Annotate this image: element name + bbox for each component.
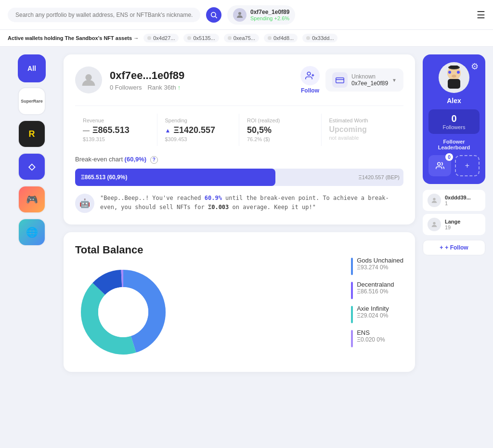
legend-ens: ENS Ξ0.020 0% (351, 329, 403, 347)
profile-avatar (75, 66, 102, 93)
donut-chart (75, 264, 171, 360)
leaderboard-label: Follower Leaderboard (428, 139, 480, 150)
followers-list-button[interactable]: 0 (428, 155, 451, 176)
legend-val-gods: Ξ93.274 0% (357, 264, 403, 271)
center-content: 0xf7ee...1e0f89 0 Followers Rank 36th ↑ (64, 54, 415, 372)
worth-value: Upcoming (329, 125, 396, 134)
legend-bar-ens (351, 330, 353, 347)
sidebar-item-rarible[interactable]: R (18, 120, 46, 148)
followers-label: Followers (438, 124, 470, 130)
breakeven-bar: Ξ865.513 (60,9%) (75, 169, 275, 186)
lb-avatar-1 (428, 194, 441, 207)
stats-row: Revenue — Ξ865.513 $139.315 Spending ▲ Ξ… (75, 105, 403, 146)
hamburger-button[interactable]: ☰ (477, 9, 485, 21)
bot-avatar: 🤖 (75, 194, 94, 213)
legend-name-ens: ENS (357, 329, 385, 336)
wallet-dropdown[interactable]: Unknown 0x7ee_1e0f89 ▼ (325, 68, 403, 92)
lb-count-1: 1 (445, 200, 480, 206)
svg-line-1 (215, 16, 217, 18)
panel-avatar (439, 62, 469, 93)
gear-button[interactable]: ⚙ (471, 61, 479, 72)
panel-actions: 0 + (428, 155, 480, 176)
wallet-tag-4[interactable]: 0xf4d8... (264, 34, 298, 42)
balance-left: Total Balance (75, 244, 336, 360)
wallet-tag-3[interactable]: 0xea75... (224, 34, 259, 42)
add-follower-button[interactable]: + (455, 155, 480, 176)
follow-button[interactable]: Follow (300, 66, 320, 94)
sidebar-item-label-sr: SuperRare (21, 99, 43, 104)
search-button[interactable] (206, 7, 221, 23)
follow-small-button[interactable]: + + Follow (423, 240, 485, 255)
sidebar-item-game2[interactable]: 🌐 (18, 218, 46, 246)
svg-point-23 (433, 198, 435, 200)
lb-avatar-2 (428, 218, 441, 231)
worth-label: Estimated Worth (329, 118, 396, 123)
sidebar-item-label-ens: ◇ (28, 161, 35, 172)
legend-val-axie: Ξ29.024 0% (357, 312, 389, 319)
lb-addr-1: 0xddd39... (445, 195, 480, 200)
legend-name-gods: Gods Unchained (357, 257, 403, 264)
bot-message: "Beep..Beep..! You've reached 60.9% unti… (100, 194, 403, 212)
left-sidebar: All SuperRare R ◇ 🎮 🌐 (8, 54, 56, 372)
rank-arrow: ↑ (178, 84, 181, 91)
follow-label: Follow (301, 87, 319, 94)
follow-small-icon: + (440, 244, 443, 251)
wallet-short-addr: 0x7ee_1e0f89 (351, 80, 388, 87)
sidebar-item-label: All (27, 65, 36, 72)
search-input[interactable] (15, 12, 193, 18)
add-icon: + (465, 161, 469, 170)
profile-meta: 0 Followers Rank 36th ↑ (110, 84, 293, 91)
right-sidebar: ⚙ Alex 0 (423, 54, 485, 255)
svg-point-17 (448, 71, 451, 74)
wallet-tag-1[interactable]: 0x4d27... (143, 34, 179, 42)
leaderboard-list: 0xddd39... 1 Lange 19 (423, 190, 485, 235)
svg-rect-16 (448, 79, 460, 89)
wallet-tag-2[interactable]: 0x5135... (183, 34, 219, 42)
svg-point-19 (452, 75, 456, 78)
balance-card: Total Balance (64, 232, 415, 372)
roi-value: 50,5% (247, 125, 313, 135)
breakeven-bot: 🤖 "Beep..Beep..! You've reached 60.9% un… (75, 194, 403, 213)
question-icon[interactable]: ? (150, 156, 158, 164)
dropdown-arrow: ▼ (392, 78, 397, 83)
legend-bar-gods (351, 258, 353, 275)
sidebar-item-ens[interactable]: ◇ (18, 153, 46, 181)
svg-point-18 (457, 71, 460, 74)
stat-spending: Spending ▲ Ξ1420.557 $309.453 (157, 114, 240, 146)
sidebar-item-all[interactable]: All (18, 54, 46, 82)
wallet-dropdown-text: Unknown 0x7ee_1e0f89 (351, 73, 388, 87)
panel-username: Alex (447, 97, 461, 105)
wallet-tag-5[interactable]: 0x33dd... (302, 34, 337, 42)
top-navigation: 0xf7ee_1e0f89 Spending +2.6% ☰ (0, 0, 493, 30)
lb-count-2: 19 (445, 224, 480, 230)
lb-info-1: 0xddd39... 1 (445, 195, 480, 206)
sidebar-item-game1[interactable]: 🎮 (18, 185, 46, 213)
worth-sub: not available (329, 135, 396, 141)
roi-sub: 76.2% ($) (247, 136, 313, 142)
legend-text-decentraland: Decentraland Ξ86.516 0% (357, 281, 394, 295)
leaderboard-item-1: 0xddd39... 1 (423, 190, 485, 211)
sidebar-item-superrare[interactable]: SuperRare (18, 87, 46, 115)
avatar-illustration (440, 64, 468, 92)
legend-bar-axie (351, 306, 353, 323)
followers-count: 0 (438, 113, 470, 124)
legend-text-axie: Axie Infinity Ξ29.024 0% (357, 305, 389, 319)
profile-header: 0xf7ee...1e0f89 0 Followers Rank 36th ↑ (75, 66, 403, 94)
search-bar (8, 8, 200, 22)
legend-gods-unchained: Gods Unchained Ξ93.274 0% (351, 257, 403, 275)
revenue-usd: $139.315 (83, 136, 149, 142)
profile-followers: 0 Followers (110, 84, 142, 91)
legend-val-ens: Ξ0.020 0% (357, 336, 385, 343)
wallet-info[interactable]: 0xf7ee_1e0f89 Spending +2.6% (227, 5, 295, 25)
legend-name-axie: Axie Infinity (357, 305, 389, 312)
profile-rank: Rank 36th ↑ (147, 84, 181, 91)
wallet-address: 0xf7ee_1e0f89 (250, 9, 289, 15)
sidebar-item-label-r: R (29, 129, 35, 139)
balance-legend: Gods Unchained Ξ93.274 0% Decentraland Ξ… (351, 257, 403, 347)
followers-box: 0 Followers (428, 109, 480, 134)
breakeven-max: Ξ1420.557 (BEP) (359, 174, 400, 180)
legend-text-gods: Gods Unchained Ξ93.274 0% (357, 257, 403, 271)
spending-value: ▲ Ξ1420.557 (165, 125, 232, 135)
legend-text-ens: ENS Ξ0.020 0% (357, 329, 385, 343)
breakeven-bar-container: Ξ865.513 (60,9%) Ξ1420.557 (BEP) (75, 169, 403, 186)
